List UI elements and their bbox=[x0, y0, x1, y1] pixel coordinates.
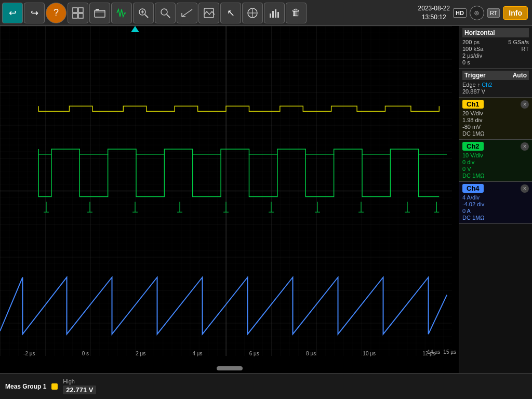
waveform-display bbox=[0, 26, 452, 356]
meas-high-label: High bbox=[63, 378, 96, 384]
ref-btn[interactable] bbox=[242, 3, 263, 23]
ch1-badge: Ch1 bbox=[462, 100, 484, 109]
mask-btn[interactable] bbox=[198, 3, 219, 23]
ch4-offset: 0 A bbox=[462, 208, 529, 214]
horizontal-time-row: 200 ps 5 GSa/s bbox=[462, 39, 529, 45]
ch2-offset: 0 V bbox=[462, 166, 529, 172]
trigger-level-row: 20.887 V bbox=[462, 88, 529, 95]
top-right-area: 2023-08-22 13:50:12 HD ◎ RT Info bbox=[418, 0, 530, 26]
ch2-coupling: DC 1MΩ bbox=[462, 172, 529, 179]
help-btn[interactable]: ? bbox=[46, 3, 66, 23]
svg-rect-4 bbox=[95, 10, 105, 17]
ch4-position: -4.02 div bbox=[462, 201, 529, 207]
svg-rect-3 bbox=[78, 14, 83, 18]
ch4-coupling: DC 1MΩ bbox=[462, 215, 529, 221]
meas-indicator bbox=[51, 383, 58, 390]
ch1-panel: Ch1 × 20 V/div 1.98 div -80 mV DC 1MΩ bbox=[459, 98, 532, 140]
horizontal-title: Horizontal bbox=[462, 28, 529, 37]
hd-badge: HD bbox=[453, 8, 467, 18]
ch1-position: 1.98 div bbox=[462, 117, 529, 123]
svg-rect-0 bbox=[73, 8, 77, 12]
svg-line-12 bbox=[182, 9, 192, 17]
datetime-display: 2023-08-22 13:50:12 bbox=[418, 4, 450, 22]
measurement-bar: Meas Group 1 High 22.771 V bbox=[0, 373, 532, 399]
ch4-title: Ch4 × bbox=[462, 184, 529, 193]
date-label: 2023-08-22 bbox=[418, 4, 450, 13]
ch2-badge: Ch2 bbox=[462, 142, 484, 151]
back-btn[interactable]: ↩ bbox=[2, 3, 23, 23]
svg-rect-2 bbox=[73, 14, 77, 18]
ch4-vdiv: 4 A/div bbox=[462, 194, 529, 201]
horizontal-record-row: 100 kSa RT bbox=[462, 46, 529, 52]
horizontal-offset-row: 0 s bbox=[462, 59, 529, 65]
ch4-close-btn[interactable]: × bbox=[521, 184, 529, 193]
svg-rect-19 bbox=[270, 14, 271, 18]
cursor-btn[interactable]: ↖ bbox=[220, 3, 241, 23]
ch1-close-btn[interactable]: × bbox=[521, 100, 529, 109]
svg-point-10 bbox=[161, 9, 167, 15]
fft-btn[interactable] bbox=[264, 3, 285, 23]
svg-rect-20 bbox=[272, 11, 274, 18]
ch1-offset: -80 mV bbox=[462, 124, 529, 130]
meas-high-value: 22.771 V bbox=[63, 385, 96, 394]
ch2-title: Ch2 × bbox=[462, 142, 529, 151]
svg-line-7 bbox=[145, 15, 148, 18]
scroll-thumb[interactable] bbox=[217, 366, 243, 370]
trigger-section: Trigger Auto Edge ↑ Ch2 20.887 V bbox=[459, 69, 532, 98]
horizontal-section: Horizontal 200 ps 5 GSa/s 100 kSa RT 2 µ… bbox=[459, 26, 532, 69]
ch2-close-btn[interactable]: × bbox=[521, 142, 529, 151]
svg-line-11 bbox=[167, 15, 170, 18]
svg-rect-22 bbox=[277, 12, 279, 18]
horizontal-div-row: 2 µs/div bbox=[462, 52, 529, 59]
info-button[interactable]: Info bbox=[503, 6, 528, 20]
ch2-vdiv: 10 V/div bbox=[462, 152, 529, 158]
layout-btn[interactable] bbox=[68, 3, 88, 23]
svg-rect-5 bbox=[96, 9, 99, 10]
measure-btn[interactable] bbox=[177, 3, 197, 23]
scope-display[interactable]: 60.32 V 40.32 V 20.32 V 1∙30 mV -19.68 V… bbox=[0, 26, 459, 373]
ch1-title: Ch1 × bbox=[462, 100, 529, 109]
ch4-badge: Ch4 bbox=[462, 184, 484, 193]
meas-high-item: High 22.771 V bbox=[63, 378, 96, 394]
main-area: 60.32 V 40.32 V 20.32 V 1∙30 mV -19.68 V… bbox=[0, 26, 532, 373]
scope-icon: ◎ bbox=[470, 6, 484, 20]
forward-btn[interactable]: ↪ bbox=[24, 3, 45, 23]
trigger-title-row: Trigger Auto bbox=[462, 71, 529, 80]
horizontal-scrollbar[interactable] bbox=[0, 366, 459, 370]
waveform-btn[interactable] bbox=[111, 3, 132, 23]
time-markers: 14 µs 15 µs bbox=[428, 349, 456, 355]
zoom-btn[interactable] bbox=[133, 3, 154, 23]
ch4-panel: Ch4 × 4 A/div -4.02 div 0 A DC 1MΩ bbox=[459, 182, 532, 224]
meas-group-label: Meas Group 1 bbox=[5, 383, 46, 390]
open-btn[interactable] bbox=[89, 3, 110, 23]
rt-badge: RT bbox=[487, 8, 500, 18]
delete-btn[interactable]: 🗑 bbox=[286, 3, 307, 23]
ch2-position: 0 div bbox=[462, 159, 529, 165]
toolbar: ↩ ↪ ? ↖ 🗑 2023-08-22 13:50:12 HD ◎ RT In bbox=[0, 0, 532, 26]
ch1-vdiv: 20 V/div bbox=[462, 110, 529, 116]
trigger-type-row: Edge ↑ Ch2 bbox=[462, 82, 529, 88]
svg-rect-1 bbox=[78, 8, 83, 12]
time-label: 13:50:12 bbox=[418, 13, 450, 22]
ch1-coupling: DC 1MΩ bbox=[462, 130, 529, 137]
right-panel: Horizontal 200 ps 5 GSa/s 100 kSa RT 2 µ… bbox=[459, 26, 532, 373]
svg-rect-21 bbox=[275, 9, 276, 18]
search-btn[interactable] bbox=[155, 3, 176, 23]
ch2-panel: Ch2 × 10 V/div 0 div 0 V DC 1MΩ bbox=[459, 140, 532, 182]
